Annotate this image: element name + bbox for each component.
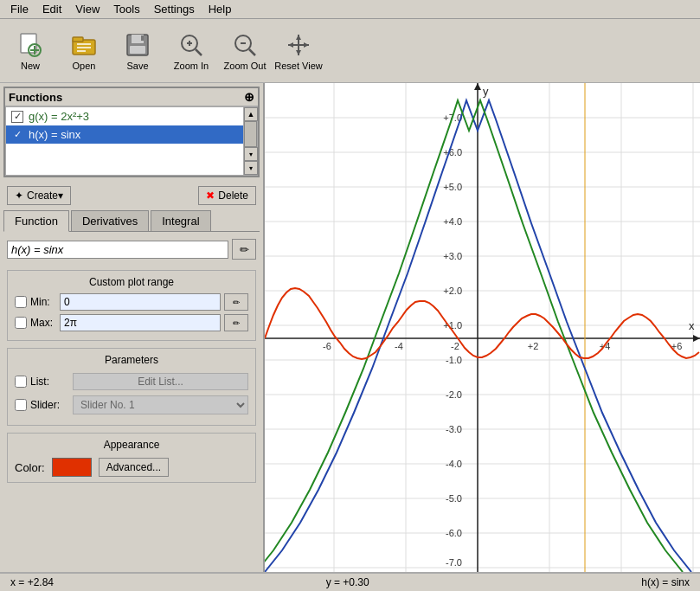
menu-edit[interactable]: Edit bbox=[35, 1, 68, 17]
function-editor: ✏ bbox=[0, 232, 263, 267]
menu-help[interactable]: Help bbox=[202, 1, 239, 17]
svg-rect-12 bbox=[141, 35, 144, 41]
svg-line-16 bbox=[196, 49, 202, 55]
status-x: x = +2.84 bbox=[10, 576, 54, 588]
appearance-title: Appearance bbox=[15, 439, 248, 451]
svg-text:-4: -4 bbox=[395, 341, 403, 351]
svg-text:-1.0: -1.0 bbox=[446, 355, 462, 365]
new-button[interactable]: New bbox=[5, 24, 55, 78]
min-checkbox[interactable] bbox=[15, 296, 27, 308]
advanced-button[interactable]: Advanced... bbox=[99, 458, 169, 477]
zoom-in-label: Zoom In bbox=[174, 61, 209, 71]
svg-text:-2.0: -2.0 bbox=[446, 389, 462, 400]
color-label: Color: bbox=[15, 461, 45, 474]
tabs: Function Derivatives Integral bbox=[3, 210, 260, 232]
function-item-h[interactable]: ✓ h(x) = sinx bbox=[6, 125, 243, 144]
max-edit-button[interactable]: ✏ bbox=[224, 314, 248, 331]
status-y: y = +0.30 bbox=[326, 576, 369, 588]
parameters-title: Parameters bbox=[15, 354, 248, 366]
status-bar: x = +2.84 y = +0.30 h(x) = sinx bbox=[0, 572, 700, 591]
function-expr-h: h(x) = sinx bbox=[29, 128, 80, 141]
menu-view[interactable]: View bbox=[68, 1, 106, 17]
max-checkbox[interactable] bbox=[15, 317, 27, 329]
svg-text:+6.0: +6.0 bbox=[443, 147, 462, 157]
color-swatch[interactable] bbox=[52, 458, 92, 477]
tab-integral[interactable]: Integral bbox=[151, 210, 210, 231]
list-param-row: List: Edit List... bbox=[15, 373, 248, 390]
svg-marker-24 bbox=[288, 42, 293, 48]
save-button[interactable]: Save bbox=[112, 24, 163, 78]
svg-marker-25 bbox=[304, 42, 309, 48]
delete-icon: ✖ bbox=[206, 190, 215, 202]
menu-bar: File Edit View Tools Settings Help bbox=[0, 0, 700, 19]
list-checkbox[interactable] bbox=[15, 376, 27, 388]
functions-scroll-icon: ⊕ bbox=[244, 90, 254, 104]
status-func: h(x) = sinx bbox=[641, 576, 690, 588]
appearance-section: Appearance Color: Advanced... bbox=[7, 433, 256, 483]
open-button[interactable]: Open bbox=[59, 24, 109, 78]
min-edit-button[interactable]: ✏ bbox=[224, 293, 248, 311]
slider-checkbox[interactable] bbox=[15, 399, 27, 411]
functions-scrollbar: ▲ ▾ ▾ bbox=[243, 107, 257, 175]
svg-text:+3.0: +3.0 bbox=[443, 251, 462, 261]
min-range-row: Min: ✏ bbox=[15, 293, 248, 311]
scroll-down-1[interactable]: ▾ bbox=[244, 147, 258, 161]
menu-tools[interactable]: Tools bbox=[106, 1, 146, 17]
functions-title: Functions bbox=[9, 91, 62, 104]
max-range-row: Max: ✏ bbox=[15, 314, 248, 331]
tab-derivatives[interactable]: Derivatives bbox=[71, 210, 149, 231]
create-button[interactable]: ✦ Create▾ bbox=[7, 186, 71, 205]
toolbar: New Open Save bbox=[0, 19, 700, 83]
functions-list-container: ✓ g(x) = 2x²+3 ✓ h(x) = sinx ▲ ▾ ▾ bbox=[5, 106, 258, 176]
slider-param-row: Slider: Slider No. 1 bbox=[15, 395, 248, 414]
min-input[interactable] bbox=[60, 293, 221, 311]
graph-canvas: x y -6 -4 -2 +2 +4 +6 +7.0 +6.0 +5.0 +4.… bbox=[265, 83, 700, 572]
menu-settings[interactable]: Settings bbox=[147, 1, 202, 17]
function-expr-g: g(x) = 2x²+3 bbox=[29, 110, 89, 123]
save-icon bbox=[124, 31, 151, 59]
graph-area[interactable]: x y -6 -4 -2 +2 +4 +6 +7.0 +6.0 +5.0 +4.… bbox=[265, 83, 700, 572]
main-area: Functions ⊕ ✓ g(x) = 2x²+3 ✓ h(x) = sinx… bbox=[0, 83, 700, 572]
zoom-in-icon bbox=[177, 31, 205, 59]
tab-function[interactable]: Function bbox=[3, 210, 69, 232]
function-input[interactable] bbox=[7, 241, 228, 259]
reset-icon bbox=[285, 31, 312, 59]
pencil-icon: ✏ bbox=[240, 243, 249, 256]
function-check-g[interactable]: ✓ bbox=[11, 111, 23, 123]
function-input-row: ✏ bbox=[7, 239, 256, 260]
open-label: Open bbox=[73, 61, 96, 71]
scroll-thumb[interactable] bbox=[244, 121, 257, 147]
plot-range-title: Custom plot range bbox=[15, 276, 248, 288]
zoom-in-button[interactable]: Zoom In bbox=[166, 24, 216, 78]
appearance-row: Color: Advanced... bbox=[15, 458, 248, 477]
max-input[interactable] bbox=[60, 314, 221, 331]
edit-list-button[interactable]: Edit List... bbox=[73, 373, 248, 390]
plot-range-section: Custom plot range Min: ✏ Max: ✏ bbox=[7, 270, 256, 341]
max-label: Max: bbox=[30, 317, 56, 329]
save-label: Save bbox=[126, 61, 148, 71]
scroll-down-2[interactable]: ▾ bbox=[244, 161, 258, 175]
slider-select[interactable]: Slider No. 1 bbox=[73, 395, 248, 414]
slider-label: Slider: bbox=[30, 399, 69, 411]
svg-rect-5 bbox=[73, 37, 83, 42]
menu-file[interactable]: File bbox=[3, 1, 35, 17]
zoom-out-label: Zoom Out bbox=[224, 61, 267, 71]
svg-text:y: y bbox=[483, 85, 489, 98]
function-edit-button[interactable]: ✏ bbox=[232, 239, 256, 260]
parameters-section: Parameters List: Edit List... Slider: Sl… bbox=[7, 348, 256, 426]
new-icon bbox=[16, 31, 44, 59]
svg-text:-4.0: -4.0 bbox=[446, 459, 462, 469]
svg-text:+2.0: +2.0 bbox=[443, 286, 462, 296]
function-check-h[interactable]: ✓ bbox=[11, 129, 23, 141]
scroll-up[interactable]: ▲ bbox=[244, 107, 258, 121]
zoom-out-button[interactable]: Zoom Out bbox=[220, 24, 270, 78]
reset-view-button[interactable]: Reset View bbox=[273, 24, 324, 78]
list-label: List: bbox=[30, 376, 69, 388]
svg-text:x: x bbox=[689, 319, 695, 332]
delete-button[interactable]: ✖ Delete bbox=[198, 186, 256, 205]
function-item-g[interactable]: ✓ g(x) = 2x²+3 bbox=[6, 107, 243, 125]
scroll-track bbox=[244, 121, 257, 147]
left-panel: Functions ⊕ ✓ g(x) = 2x²+3 ✓ h(x) = sinx… bbox=[0, 83, 265, 572]
svg-text:+5.0: +5.0 bbox=[443, 182, 462, 192]
functions-box: Functions ⊕ ✓ g(x) = 2x²+3 ✓ h(x) = sinx… bbox=[3, 87, 260, 177]
